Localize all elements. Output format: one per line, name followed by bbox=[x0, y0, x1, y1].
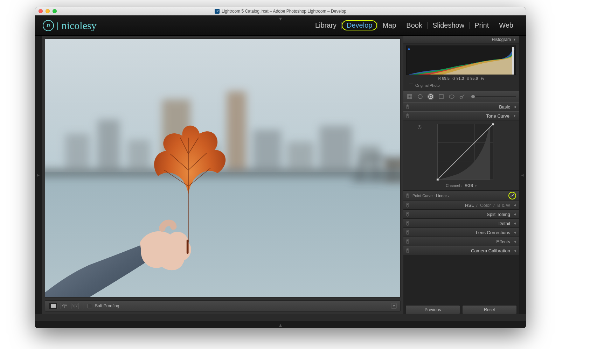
soft-proofing-checkbox[interactable] bbox=[88, 304, 92, 308]
svg-point-24 bbox=[449, 95, 454, 98]
collapse-icon: ▼ bbox=[513, 38, 516, 41]
soft-proofing-label: Soft Proofing bbox=[95, 303, 119, 308]
svg-rect-43 bbox=[407, 240, 408, 241]
panel-detail[interactable]: Detail ◀ bbox=[403, 219, 519, 228]
svg-rect-33 bbox=[407, 194, 408, 196]
crop-tool-icon[interactable] bbox=[406, 93, 413, 100]
histogram-panel-header[interactable]: Histogram ▼ bbox=[403, 36, 519, 43]
tool-slider[interactable] bbox=[471, 96, 516, 97]
collapse-icon: ▼ bbox=[513, 114, 516, 118]
svg-rect-37 bbox=[407, 213, 408, 214]
radial-filter-tool-icon[interactable] bbox=[448, 93, 455, 100]
panel-camera-calibration[interactable]: Camera Calibration ◀ bbox=[403, 246, 519, 255]
panel-effects[interactable]: Effects ◀ bbox=[403, 237, 519, 246]
svg-rect-13 bbox=[45, 169, 401, 177]
svg-line-26 bbox=[462, 94, 464, 97]
red-eye-tool-icon[interactable] bbox=[427, 93, 434, 100]
header: ▾ n | nicolesy Library Develop Map Book … bbox=[35, 15, 526, 36]
point-curve-edit-button[interactable] bbox=[508, 192, 516, 200]
module-web[interactable]: Web bbox=[494, 21, 518, 30]
panel-hsl[interactable]: HSL / Color / B & W ◀ bbox=[403, 201, 519, 210]
panel-split-toning[interactable]: Split Toning ◀ bbox=[403, 210, 519, 219]
panel-switch-icon[interactable] bbox=[406, 239, 410, 244]
svg-rect-15 bbox=[408, 94, 412, 99]
panel-lens-corrections[interactable]: Lens Corrections ◀ bbox=[403, 228, 519, 237]
point-curve-dropdown[interactable]: Linear ▾ bbox=[436, 194, 450, 198]
panel-switch-icon[interactable] bbox=[406, 212, 410, 217]
filmstrip-grip[interactable]: ▴ bbox=[35, 321, 526, 328]
toolbar-options-dropdown[interactable]: ▾ bbox=[391, 303, 397, 309]
panel-reveal-top-icon[interactable]: ▾ bbox=[279, 15, 282, 22]
image-preview[interactable] bbox=[45, 38, 401, 298]
module-slideshow[interactable]: Slideshow bbox=[428, 21, 469, 30]
panel-switch-icon[interactable] bbox=[406, 193, 410, 198]
identity-plate[interactable]: n | nicolesy bbox=[43, 20, 97, 31]
module-map[interactable]: Map bbox=[377, 21, 401, 30]
svg-point-22 bbox=[430, 96, 432, 98]
brand-separator: | bbox=[57, 21, 59, 30]
spot-removal-tool-icon[interactable] bbox=[417, 93, 424, 100]
svg-rect-39 bbox=[407, 222, 408, 223]
target-adjustment-icon[interactable]: ◎ bbox=[417, 124, 422, 130]
tool-strip bbox=[403, 91, 519, 102]
svg-point-20 bbox=[418, 94, 422, 99]
collapse-icon: ◀ bbox=[514, 203, 516, 207]
panel-switch-icon[interactable] bbox=[406, 230, 410, 235]
module-develop[interactable]: Develop bbox=[342, 20, 377, 30]
right-panel-grip[interactable]: ◂ bbox=[519, 36, 526, 314]
main-area: Y|Y Y|Y Soft Proofing ▾ bbox=[42, 36, 403, 314]
collapse-icon: ◀ bbox=[514, 105, 516, 108]
lightroom-app-icon: Lr bbox=[215, 9, 220, 14]
histogram[interactable]: ▲ ▲ bbox=[406, 46, 516, 75]
histogram-readout: R89.5 G91.0 B95.6 % bbox=[406, 75, 516, 83]
panel-tone-curve: ◎ Channel : RGB ▾ bbox=[403, 120, 519, 191]
right-panel-footer: Previous Reset bbox=[403, 304, 519, 314]
adjustment-brush-tool-icon[interactable] bbox=[459, 93, 466, 100]
left-panel-grip[interactable]: ▸ bbox=[35, 36, 42, 314]
svg-rect-41 bbox=[407, 231, 408, 232]
reset-button[interactable]: Reset bbox=[462, 305, 517, 314]
collapse-icon: ◀ bbox=[514, 240, 516, 243]
module-library[interactable]: Library bbox=[310, 21, 341, 30]
histogram-label: Histogram bbox=[492, 37, 511, 42]
svg-line-31 bbox=[438, 124, 493, 180]
point-curve-row: Point Curve : Linear ▾ bbox=[403, 191, 519, 201]
panel-switch-icon[interactable] bbox=[406, 221, 410, 226]
svg-point-25 bbox=[460, 97, 463, 99]
svg-rect-7 bbox=[227, 91, 246, 174]
svg-rect-10 bbox=[320, 126, 352, 176]
collapse-icon: ◀ bbox=[514, 231, 516, 234]
panel-switch-icon[interactable] bbox=[406, 203, 410, 208]
module-book[interactable]: Book bbox=[401, 21, 427, 30]
right-panel: Histogram ▼ ▲ ▲ bbox=[403, 36, 519, 314]
svg-rect-3 bbox=[98, 120, 120, 172]
panel-basic[interactable]: Basic ◀ bbox=[403, 102, 519, 111]
svg-rect-45 bbox=[407, 249, 408, 251]
before-after-left-button[interactable]: Y|Y bbox=[61, 303, 68, 309]
collapse-icon: ◀ bbox=[514, 249, 516, 252]
graduated-filter-tool-icon[interactable] bbox=[438, 93, 445, 100]
previous-button[interactable]: Previous bbox=[405, 305, 460, 314]
module-picker: Library Develop Map Book Slideshow Print… bbox=[310, 20, 518, 30]
original-photo-row[interactable]: Original Photo bbox=[406, 83, 516, 90]
panel-switch-icon[interactable] bbox=[406, 248, 410, 253]
panel-switch-icon[interactable] bbox=[406, 113, 410, 118]
svg-rect-30 bbox=[407, 114, 408, 116]
svg-rect-14 bbox=[512, 47, 514, 75]
app-window: Lr Lightroom 5 Catalog.lrcat – Adobe Pho… bbox=[35, 7, 526, 328]
panel-tone-curve-header[interactable]: Tone Curve ▼ bbox=[403, 111, 519, 120]
window-title: Lightroom 5 Catalog.lrcat – Adobe Photos… bbox=[222, 9, 346, 14]
collapse-icon: ◀ bbox=[514, 212, 516, 216]
svg-rect-35 bbox=[407, 204, 408, 205]
module-print[interactable]: Print bbox=[470, 21, 494, 30]
before-after-right-button[interactable]: Y|Y bbox=[71, 303, 79, 309]
loupe-view-button[interactable] bbox=[49, 303, 58, 309]
app-body: ▸ bbox=[35, 36, 526, 314]
svg-rect-28 bbox=[407, 105, 408, 107]
original-photo-checkbox-icon bbox=[409, 84, 413, 87]
mac-titlebar: Lr Lightroom 5 Catalog.lrcat – Adobe Pho… bbox=[35, 7, 526, 15]
channel-selector[interactable]: Channel : RGB ▾ bbox=[406, 183, 516, 188]
brand-badge: n bbox=[43, 20, 54, 31]
tone-curve-editor[interactable] bbox=[437, 124, 493, 180]
panel-switch-icon[interactable] bbox=[406, 104, 410, 109]
